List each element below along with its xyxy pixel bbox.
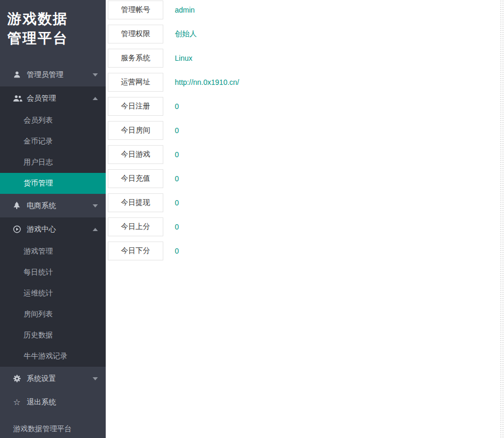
field-value: 0 [175, 174, 179, 183]
sidebar-footer-title: 游戏数据管理平台 [13, 424, 72, 434]
field-value: Linux [175, 54, 192, 62]
chevron-down-icon [93, 204, 98, 207]
sidebar-subitem-label: 历史数据 [24, 331, 53, 340]
field-label: 今日提现 [108, 193, 163, 212]
field-label: 管理帐号 [108, 1, 163, 19]
chevron-up-icon [93, 228, 98, 231]
gear-icon [13, 375, 25, 382]
field-label: 今日下分 [108, 242, 163, 260]
info-row-site-url: 运营网址 http://nn.0x1910.cn/ [106, 70, 504, 94]
sidebar-group-member-management: 会员管理 会员列表 金币记录 用户日志 货币管理 [0, 86, 106, 194]
sidebar-subitem-currency-management[interactable]: 货币管理 [0, 173, 106, 194]
scrollbar-track[interactable] [500, 0, 504, 438]
field-label: 今日游戏 [108, 145, 163, 164]
sidebar-item-label: 系统设置 [27, 374, 56, 384]
sidebar-subitem-label: 牛牛游戏记录 [24, 352, 68, 361]
sidebar-subitem-user-logs[interactable]: 用户日志 [0, 152, 106, 173]
sidebar-item-admin-management[interactable]: 管理员管理 [0, 63, 106, 86]
chevron-up-icon [93, 97, 98, 100]
sidebar-item-label: 管理员管理 [27, 70, 63, 80]
sidebar-subitem-member-list[interactable]: 会员列表 [0, 110, 106, 131]
field-value: 0 [175, 199, 179, 207]
info-row-today-registrations: 今日注册 0 [106, 94, 504, 118]
field-value: 0 [175, 247, 179, 255]
sidebar-subitem-label: 每日统计 [24, 268, 53, 277]
field-value-url[interactable]: http://nn.0x1910.cn/ [175, 78, 239, 86]
logo-line-1: 游戏数据 [7, 9, 106, 29]
info-rows: 管理帐号 admin 管理权限 创始人 服务系统 Linux 运营网址 http… [106, 0, 504, 263]
field-label: 今日上分 [108, 217, 163, 236]
sidebar-item-system-settings[interactable]: 系统设置 [0, 367, 106, 390]
sidebar-subitem-niuniu-game-records[interactable]: 牛牛游戏记录 [0, 346, 106, 367]
sidebar-subitem-gold-records[interactable]: 金币记录 [0, 131, 106, 152]
sidebar: 游戏数据 管理平台 管理员管理 会员管理 [0, 0, 106, 438]
info-row-admin-account: 管理帐号 admin [106, 0, 504, 22]
sidebar-subitem-game-management[interactable]: 游戏管理 [0, 241, 106, 262]
sidebar-subitem-room-list[interactable]: 房间列表 [0, 304, 106, 325]
field-label: 今日充值 [108, 169, 163, 188]
sidebar-subitem-label: 金币记录 [24, 137, 53, 146]
app-window: 游戏数据 管理平台 管理员管理 会员管理 [0, 0, 504, 438]
sidebar-item-label: 退出系统 [27, 398, 56, 407]
app-logo: 游戏数据 管理平台 [0, 0, 106, 63]
sidebar-subitem-label: 用户日志 [24, 158, 53, 167]
sidebar-subitem-history-data[interactable]: 历史数据 [0, 325, 106, 346]
field-label: 管理权限 [108, 25, 163, 43]
sidebar-item-member-management[interactable]: 会员管理 [0, 86, 106, 110]
chevron-down-icon [93, 377, 98, 380]
sidebar-nav: 管理员管理 会员管理 会员列表 金币记录 用户日志 [0, 63, 106, 414]
main-content: 管理帐号 admin 管理权限 创始人 服务系统 Linux 运营网址 http… [106, 0, 504, 438]
sidebar-subitem-ops-stats[interactable]: 运维统计 [0, 283, 106, 304]
sidebar-item-label: 游戏中心 [27, 225, 56, 234]
info-row-today-games: 今日游戏 0 [106, 143, 504, 167]
field-value: 0 [175, 223, 179, 231]
info-row-today-rooms: 今日房间 0 [106, 118, 504, 143]
sidebar-group-game-center: 游戏中心 游戏管理 每日统计 运维统计 房间列表 历史数据 [0, 217, 106, 367]
sidebar-item-label: 电商系统 [27, 201, 56, 211]
field-value: 0 [175, 102, 179, 111]
logo-line-2: 管理平台 [7, 29, 106, 48]
play-circle-icon [13, 225, 25, 233]
info-row-today-recharge: 今日充值 0 [106, 167, 504, 191]
sidebar-item-label: 会员管理 [27, 94, 56, 103]
field-value: 0 [175, 126, 179, 135]
user-icon [13, 71, 25, 79]
sidebar-item-logout[interactable]: ☆ 退出系统 [0, 390, 106, 414]
info-row-today-points-removed: 今日下分 0 [106, 239, 504, 263]
sidebar-subitem-label: 会员列表 [24, 116, 53, 125]
star-icon: ☆ [13, 398, 25, 407]
tree-icon [13, 202, 25, 210]
info-row-today-points-added: 今日上分 0 [106, 215, 504, 239]
sidebar-subitem-daily-stats[interactable]: 每日统计 [0, 262, 106, 283]
sidebar-item-game-center[interactable]: 游戏中心 [0, 217, 106, 241]
field-value: 0 [175, 150, 179, 159]
field-label: 运营网址 [108, 73, 163, 92]
info-row-admin-permission: 管理权限 创始人 [106, 22, 504, 46]
chevron-down-icon [93, 73, 98, 76]
sidebar-subitem-label: 房间列表 [24, 310, 53, 319]
sidebar-subitem-label: 货币管理 [24, 179, 53, 188]
field-value: admin [175, 6, 195, 14]
field-label: 今日注册 [108, 97, 163, 116]
field-label: 服务系统 [108, 49, 163, 68]
sidebar-subitem-label: 运维统计 [24, 289, 53, 298]
sidebar-item-ecommerce-system[interactable]: 电商系统 [0, 194, 106, 217]
field-value: 创始人 [175, 29, 197, 39]
info-row-server-system: 服务系统 Linux [106, 46, 504, 70]
field-label: 今日房间 [108, 121, 163, 140]
sidebar-subitem-label: 游戏管理 [24, 247, 53, 256]
info-row-today-withdrawals: 今日提现 0 [106, 191, 504, 215]
users-icon [13, 95, 25, 102]
